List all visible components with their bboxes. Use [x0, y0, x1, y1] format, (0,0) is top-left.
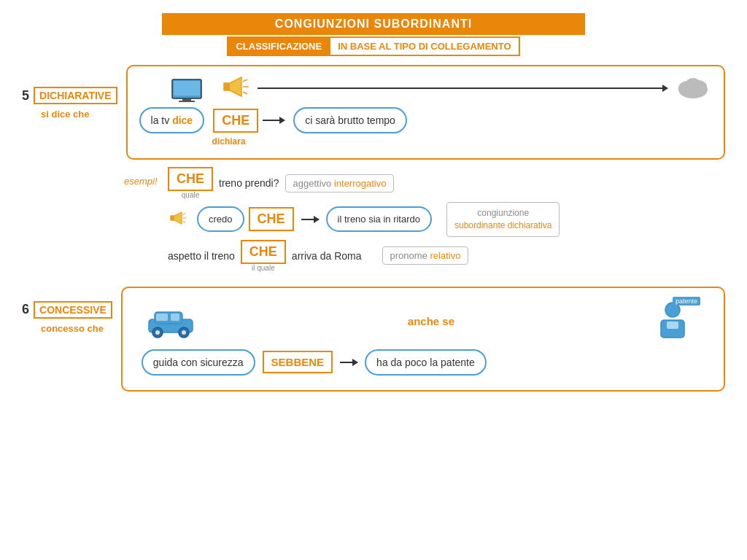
example3-row: aspetto il treno CHE il quale arriva da … — [168, 240, 725, 272]
car-icon — [142, 302, 200, 341]
badge-label: patente — [673, 297, 700, 306]
svg-rect-24 — [156, 314, 168, 321]
examples-content: CHE quale treno prendi? aggettivo interr… — [168, 167, 725, 278]
tv-dice-box: la tv dice — [139, 107, 205, 133]
examples-label: esempi! — [124, 170, 158, 187]
example1-label-highlight: interrogativo — [334, 178, 387, 189]
page: CONGIUNZIONI SUBORDINANTI CLASSIFICAZION… — [0, 0, 747, 560]
svg-rect-28 — [667, 322, 678, 329]
megaphone-icon — [220, 74, 252, 102]
guida-box: guida con sicurezza — [142, 349, 255, 376]
section6-name: CONCESSIVE — [34, 301, 112, 319]
person-badge-icon: patente — [655, 300, 690, 343]
che-box-quale: CHE — [168, 167, 213, 191]
section6-subtitle: concesso che — [41, 323, 104, 334]
header-title: CONGIUNZIONI SUBORDINANTI — [162, 13, 585, 35]
svg-point-21 — [155, 330, 160, 335]
brutto-tempo-box: ci sarà brutto tempo — [293, 107, 407, 133]
svg-line-6 — [243, 79, 247, 82]
anche-se-label: anche se — [222, 315, 640, 327]
svg-line-15 — [182, 213, 185, 214]
section5-name: DICHIARATIVE — [34, 87, 117, 104]
svg-point-23 — [182, 330, 186, 335]
header-sub-right: IN BASE AL TIPO DI COLLEGAMENTO — [330, 36, 519, 56]
section5-label: 5 DICHIARATIVE si dice che — [22, 65, 117, 120]
svg-rect-3 — [174, 81, 200, 96]
examples-section: esempi! CHE quale treno prendi? aggettiv… — [22, 167, 725, 278]
tv-icon — [169, 74, 205, 103]
section6: 6 CONCESSIVE concesso che — [22, 287, 725, 392]
example2-row: credo CHE il treno sia in ritardo congiu… — [168, 202, 725, 237]
svg-rect-14 — [171, 216, 174, 220]
svg-rect-2 — [179, 101, 195, 102]
example3-text-left: aspetto il treno — [168, 250, 235, 262]
svg-line-8 — [243, 92, 247, 94]
example1-text: treno prendi? — [219, 177, 279, 189]
example2-label-highlight: subordinante dichiarativa — [454, 220, 551, 230]
svg-rect-5 — [224, 83, 230, 90]
sebbene-box: SEBBENE — [263, 351, 333, 373]
cloud-icon — [674, 74, 712, 103]
section5-number: 5 — [22, 88, 29, 104]
example3-label-box: pronome relativo — [382, 246, 469, 265]
section5: 5 DICHIARATIVE si dice che — [22, 65, 725, 160]
example1-label-box: aggettivo interrogativo — [285, 174, 395, 192]
section5-number-box: 5 DICHIARATIVE — [22, 87, 117, 104]
che-box-1: CHE — [213, 109, 258, 133]
svg-rect-25 — [171, 314, 179, 321]
example3-label-highlight: relativo — [430, 250, 460, 261]
example2-inner: credo CHE il treno sia in ritardo — [197, 206, 432, 232]
section6-label: 6 CONCESSIVE concesso che — [22, 287, 112, 334]
dichiara-label: dichiara — [212, 136, 246, 147]
treno-ritardo-box: il treno sia in ritardo — [326, 206, 432, 232]
quale-label: quale — [182, 191, 199, 199]
svg-line-17 — [182, 221, 185, 222]
che-box-2: CHE — [249, 207, 294, 231]
section6-number: 6 — [22, 302, 29, 317]
ilquale-label: il quale — [252, 264, 275, 272]
dice-text: dice — [172, 114, 193, 126]
example1-row: CHE quale treno prendi? aggettivo interr… — [168, 167, 725, 199]
header-sub: CLASSIFICAZIONE IN BASE AL TIPO DI COLLE… — [162, 36, 585, 56]
section6-number-box: 6 CONCESSIVE — [22, 301, 112, 319]
example2-right-label: congiunzione subordinante dichiarativa — [446, 202, 560, 237]
example3-text-right: arriva da Roma — [292, 250, 362, 262]
section5-subtitle: si dice che — [41, 109, 89, 120]
section5-orange-box: la tv dice CHE ci sarà brutto tempo dich… — [126, 65, 725, 160]
credo-box: credo — [197, 206, 244, 232]
megaphone-small-icon — [168, 210, 188, 229]
section6-orange-box: anche se patente guida con sicurezza SEB… — [121, 287, 725, 392]
patente-box: ha da poco la patente — [365, 349, 487, 376]
svg-point-12 — [686, 78, 700, 90]
che-box-3: CHE — [241, 240, 286, 264]
header-sub-left: CLASSIFICAZIONE — [227, 36, 330, 56]
